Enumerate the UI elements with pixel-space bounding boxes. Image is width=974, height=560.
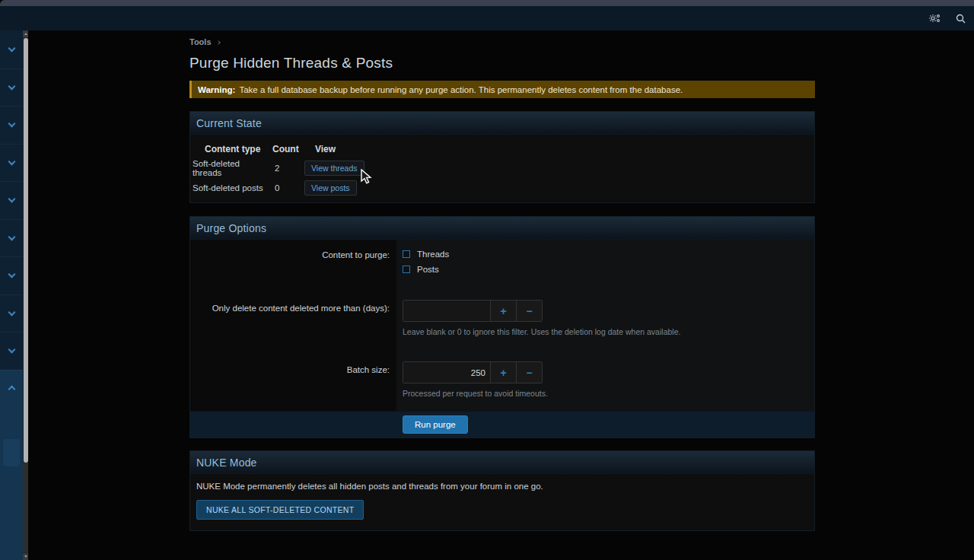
chevron-up-icon bbox=[8, 385, 15, 393]
row-content-type: Soft-deleted threads bbox=[190, 159, 271, 177]
admin-page: Tools Purge Hidden Threads & Posts Warni… bbox=[0, 0, 974, 560]
batch-number-stepper: + − bbox=[403, 361, 543, 383]
current-state-title: Current State bbox=[196, 117, 262, 129]
window-top-edge bbox=[0, 0, 974, 6]
row-count: 2 bbox=[271, 164, 301, 173]
posts-checkbox[interactable] bbox=[403, 266, 410, 273]
sidebar-section-toggle[interactable] bbox=[0, 256, 23, 294]
days-number-stepper: + − bbox=[403, 300, 543, 322]
breadcrumb: Tools bbox=[189, 37, 815, 47]
purge-options-section: Purge Options Content to purge: Threads … bbox=[189, 216, 815, 438]
warning-label: Warning: bbox=[198, 85, 235, 94]
days-filter-label: Only delete content deleted more than (d… bbox=[190, 293, 396, 355]
scrollbar-down-button[interactable] bbox=[23, 553, 28, 560]
batch-size-row: Batch size: + − Processed per request to… bbox=[190, 355, 814, 411]
days-decrement-button[interactable]: − bbox=[516, 301, 542, 321]
chevron-down-icon bbox=[8, 308, 15, 316]
posts-checkbox-row[interactable]: Posts bbox=[403, 262, 814, 277]
sidebar-active-item[interactable] bbox=[3, 439, 20, 466]
submit-bar: Run purge bbox=[190, 411, 814, 438]
column-header-count: Count bbox=[271, 144, 301, 154]
scrollbar-track[interactable] bbox=[23, 463, 28, 552]
search-icon[interactable] bbox=[954, 12, 966, 24]
warning-banner: Warning: Take a full database backup bef… bbox=[189, 81, 815, 98]
scrollbar-thumb[interactable] bbox=[24, 38, 28, 463]
chevron-down-icon bbox=[8, 120, 15, 128]
row-count: 0 bbox=[271, 183, 301, 192]
batch-help-text: Processed per request to avoid timeouts. bbox=[403, 389, 814, 398]
sidebar-section-toggle[interactable] bbox=[0, 219, 23, 257]
chevron-down-icon bbox=[8, 158, 15, 165]
chevron-down-icon bbox=[8, 196, 15, 203]
sidebar-section-toggle-expanded[interactable] bbox=[0, 370, 23, 560]
current-state-header: Current State bbox=[190, 112, 814, 135]
days-filter-row: Only delete content deleted more than (d… bbox=[190, 293, 814, 355]
nuke-mode-description: NUKE Mode permanently deletes all hidden… bbox=[196, 482, 808, 491]
view-threads-button[interactable]: View threads bbox=[304, 161, 364, 176]
chevron-down-icon bbox=[8, 233, 15, 240]
admin-header-bar bbox=[0, 6, 974, 30]
purge-options-header: Purge Options bbox=[190, 217, 814, 240]
batch-size-label: Batch size: bbox=[190, 355, 396, 411]
view-posts-button[interactable]: View posts bbox=[304, 180, 357, 196]
warning-text: Take a full database backup before runni… bbox=[239, 85, 683, 94]
nuke-mode-body: NUKE Mode permanently deletes all hidden… bbox=[190, 474, 814, 530]
scrollbar-up-button[interactable] bbox=[23, 30, 28, 37]
batch-decrement-button[interactable]: − bbox=[516, 362, 542, 383]
threads-checkbox[interactable] bbox=[403, 250, 410, 258]
sidebar-section-toggle[interactable] bbox=[0, 30, 23, 68]
content-column: Tools Purge Hidden Threads & Posts Warni… bbox=[189, 37, 815, 531]
posts-checkbox-label: Posts bbox=[417, 265, 439, 274]
content-to-purge-label: Content to purge: bbox=[190, 240, 396, 293]
chevron-down-icon bbox=[8, 44, 15, 52]
current-state-section: Current State Content type Count View So… bbox=[189, 111, 815, 203]
gears-icon[interactable] bbox=[928, 12, 941, 24]
days-help-text: Leave blank or 0 to ignore this filter. … bbox=[403, 327, 814, 336]
batch-size-input[interactable] bbox=[403, 362, 490, 383]
days-input[interactable] bbox=[403, 301, 490, 321]
batch-increment-button[interactable]: + bbox=[490, 362, 516, 383]
column-header-content-type: Content type bbox=[190, 144, 271, 154]
nuke-mode-section: NUKE Mode NUKE Mode permanently deletes … bbox=[189, 450, 815, 531]
threads-checkbox-label: Threads bbox=[417, 250, 449, 259]
sidebar-section-toggle[interactable] bbox=[0, 181, 23, 219]
sidebar-section-toggle[interactable] bbox=[0, 332, 23, 370]
collapsed-nav-sidebar bbox=[0, 30, 23, 560]
chevron-down-icon bbox=[8, 346, 15, 354]
sidebar-section-toggle[interactable] bbox=[0, 144, 23, 182]
main-content-area: Tools Purge Hidden Threads & Posts Warni… bbox=[28, 30, 974, 560]
nuke-mode-title: NUKE Mode bbox=[196, 457, 257, 469]
nuke-all-button[interactable]: NUKE ALL SOFT-DELETED CONTENT bbox=[196, 500, 364, 520]
chevron-right-icon bbox=[216, 40, 221, 45]
chevron-down-icon bbox=[8, 82, 15, 90]
table-header-row: Content type Count View bbox=[190, 140, 814, 158]
page-title: Purge Hidden Threads & Posts bbox=[189, 55, 815, 72]
table-row: Soft-deleted posts 0 View posts bbox=[190, 178, 814, 198]
days-increment-button[interactable]: + bbox=[490, 301, 516, 321]
nuke-mode-header: NUKE Mode bbox=[190, 451, 814, 474]
column-header-view: View bbox=[301, 144, 336, 154]
row-content-type: Soft-deleted posts bbox=[190, 183, 271, 192]
purge-options-title: Purge Options bbox=[196, 222, 266, 234]
breadcrumb-tools-link[interactable]: Tools bbox=[189, 37, 212, 46]
sidebar-section-toggle[interactable] bbox=[0, 294, 23, 332]
run-purge-button[interactable]: Run purge bbox=[403, 415, 468, 434]
sidebar-scrollbar[interactable] bbox=[23, 30, 28, 560]
sidebar-section-toggle[interactable] bbox=[0, 106, 23, 144]
table-row: Soft-deleted threads 2 View threads bbox=[190, 158, 814, 178]
threads-checkbox-row[interactable]: Threads bbox=[403, 247, 814, 262]
current-state-table: Content type Count View Soft-deleted thr… bbox=[190, 135, 814, 202]
content-to-purge-row: Content to purge: Threads Posts bbox=[190, 240, 814, 293]
chevron-down-icon bbox=[8, 271, 15, 278]
sidebar-section-toggle[interactable] bbox=[0, 68, 23, 107]
